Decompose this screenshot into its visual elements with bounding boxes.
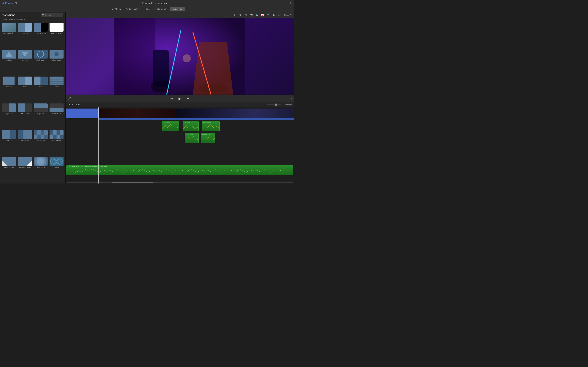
search-box[interactable]: 🔍 bbox=[41, 13, 63, 17]
transition-circle-close[interactable]: Circle Close bbox=[49, 50, 64, 76]
svg-marker-10 bbox=[34, 76, 41, 85]
transition-label-cross-zoom: Cross Zoom bbox=[36, 166, 45, 168]
thumb-page-curl-left bbox=[2, 157, 16, 166]
transition-fade-black[interactable]: Fade to Black bbox=[33, 23, 48, 49]
search-input[interactable] bbox=[45, 14, 62, 16]
play-button[interactable]: ▶ bbox=[177, 96, 182, 101]
transition-label-spin-in: Spin In bbox=[6, 59, 12, 61]
transition-label-circle-open: Circle Open bbox=[36, 59, 45, 61]
preview-svg bbox=[66, 18, 294, 95]
svg-point-42 bbox=[183, 54, 191, 62]
back-arrow-icon[interactable]: ◀ bbox=[2, 2, 4, 4]
settings-button[interactable]: Settings bbox=[285, 104, 292, 106]
waveform-1 bbox=[162, 124, 179, 130]
transition-label-wipe-down: Wipe Down bbox=[52, 113, 61, 115]
reset-all-button[interactable]: Reset All bbox=[284, 14, 292, 16]
fullscreen-icon[interactable]: ⤢ bbox=[290, 97, 292, 100]
tab-my-media[interactable]: My Media bbox=[109, 7, 123, 11]
audio-clip-label-5: 1.2s – lasrhi... bbox=[201, 133, 215, 135]
transition-wipe-right[interactable]: Wipe Right bbox=[17, 103, 33, 129]
audio-clip-2[interactable]: 1.0s – las... bbox=[183, 121, 199, 131]
thumb-fade-white bbox=[50, 23, 63, 32]
scrollbar-track[interactable] bbox=[67, 182, 293, 183]
transition-slide-left[interactable]: Slide Left bbox=[1, 130, 17, 156]
search-icon: 🔍 bbox=[42, 14, 44, 16]
transition-label-slide-left: Slide Left bbox=[5, 140, 12, 141]
thumb-page-curl-right bbox=[18, 157, 32, 166]
audio-icon[interactable]: 🔊 bbox=[255, 13, 259, 17]
transition-ripple[interactable]: Ripple bbox=[49, 157, 64, 183]
thumb-puzzle-right bbox=[50, 130, 63, 139]
transition-cross-zoom[interactable]: Cross Zoom bbox=[33, 157, 48, 183]
svg-rect-21 bbox=[57, 134, 60, 139]
zoom-thumb[interactable] bbox=[275, 103, 277, 106]
transition-label-wipe-up: Wipe Up bbox=[37, 113, 44, 115]
chart-icon[interactable]: 📊 bbox=[260, 13, 264, 17]
audio-clip-1[interactable]: 1.2s – lasrhi... bbox=[162, 121, 179, 131]
transition-page-curl-right[interactable]: Page Curl Right bbox=[17, 157, 33, 183]
blue-audio-bar bbox=[99, 118, 294, 120]
timeline-header: 01:17 / 07:54 − + Settings bbox=[66, 102, 294, 107]
color-wheel-icon[interactable]: ◑ bbox=[238, 13, 242, 17]
svg-rect-35 bbox=[153, 50, 169, 86]
transition-slide-right[interactable]: Slide Right bbox=[17, 130, 33, 156]
scrollbar-thumb[interactable] bbox=[112, 182, 153, 183]
thumb-svg-spin-in bbox=[2, 50, 16, 58]
audio-clip-4[interactable]: 1.2s – lasrhi... bbox=[185, 133, 199, 143]
transition-puzzle-left[interactable]: Puzzle Left bbox=[33, 130, 48, 156]
transition-swap[interactable]: Swap bbox=[17, 76, 33, 102]
zoom-out-icon[interactable]: − bbox=[264, 104, 266, 106]
transition-cube[interactable]: Cube bbox=[33, 76, 48, 102]
info-icon[interactable]: ⓘ bbox=[277, 13, 281, 17]
transition-label-cross-blur: Cross Blur bbox=[21, 32, 29, 34]
skip-back-button[interactable]: ⏮ bbox=[169, 96, 174, 101]
transition-circle-open[interactable]: Circle Open bbox=[33, 50, 48, 76]
transition-cross-blur[interactable]: Cross Blur bbox=[17, 23, 33, 49]
thumb-svg-ripple bbox=[50, 157, 63, 166]
transition-wipe-left[interactable]: Wipe Left bbox=[1, 103, 17, 129]
tab-backgrounds[interactable]: Backgrounds bbox=[152, 7, 169, 11]
transition-spin-out[interactable]: Spin Out bbox=[17, 50, 33, 76]
library-icon[interactable]: ⊞ bbox=[15, 2, 17, 4]
sort-icon[interactable]: ↓ bbox=[18, 2, 19, 4]
tab-titles[interactable]: Titles bbox=[142, 7, 152, 11]
thumb-svg-cube bbox=[34, 76, 48, 85]
timeline-scrollbar[interactable] bbox=[66, 181, 294, 184]
transition-wipe-up[interactable]: Wipe Up bbox=[33, 103, 48, 129]
magic-wand-icon[interactable]: ✦ bbox=[233, 13, 236, 17]
transition-puzzle-right[interactable]: Puzzle Right bbox=[49, 130, 64, 156]
tab-audio-video[interactable]: Audio & Video bbox=[123, 7, 142, 11]
transition-page-curl-left[interactable]: Page Curl Left bbox=[1, 157, 17, 183]
transition-cross-dissolve[interactable]: Cross Dissolve bbox=[1, 23, 17, 49]
question-icon[interactable]: ? bbox=[266, 13, 270, 17]
music-waveform bbox=[66, 167, 293, 174]
left-panel: Transitions 🔍 Current Theme: No Theme Cr… bbox=[0, 12, 66, 184]
video-camera-icon[interactable]: 📷 bbox=[249, 13, 253, 17]
transition-label-page-curl-left: Page Curl Left bbox=[4, 166, 14, 168]
thumb-svg-page-curl-right bbox=[18, 157, 32, 166]
share-icon[interactable]: ⬆ bbox=[290, 2, 292, 5]
color-swatch-icon[interactable]: ◐ bbox=[272, 13, 276, 17]
thumb-mosaic bbox=[50, 76, 63, 85]
zoom-slider[interactable] bbox=[267, 104, 281, 105]
audio-clip-label-3: 1.2s – lasrhi... bbox=[202, 121, 219, 124]
transition-doorway[interactable]: Doorway bbox=[1, 76, 17, 102]
transition-spin-in[interactable]: Spin In bbox=[1, 50, 17, 76]
audio-clip-3[interactable]: 1.2s – lasrhi... bbox=[202, 121, 220, 131]
svg-rect-15 bbox=[37, 134, 41, 139]
video-track bbox=[99, 108, 294, 118]
zoom-in-icon[interactable]: + bbox=[282, 104, 284, 106]
timecode-display: 01:17 / 07:54 bbox=[68, 103, 80, 106]
skip-forward-button[interactable]: ⏭ bbox=[186, 96, 191, 101]
transition-wipe-down[interactable]: Wipe Down bbox=[49, 103, 64, 129]
microphone-icon[interactable]: 🎤 bbox=[68, 97, 71, 100]
transition-fade-white[interactable]: Fade to White bbox=[49, 23, 64, 49]
preview-area bbox=[66, 18, 294, 95]
crop-icon[interactable]: ⊡ bbox=[244, 13, 248, 17]
tab-transitions[interactable]: Transitions bbox=[170, 7, 185, 11]
transition-mosaic[interactable]: Mosaic bbox=[49, 76, 64, 102]
transition-label-circle-close: Circle Close bbox=[52, 59, 61, 61]
projects-link[interactable]: Projects bbox=[5, 2, 13, 4]
thumb-svg-puzzle-right bbox=[50, 130, 63, 139]
audio-clip-5[interactable]: 1.2s – lasrhi... bbox=[201, 133, 215, 143]
